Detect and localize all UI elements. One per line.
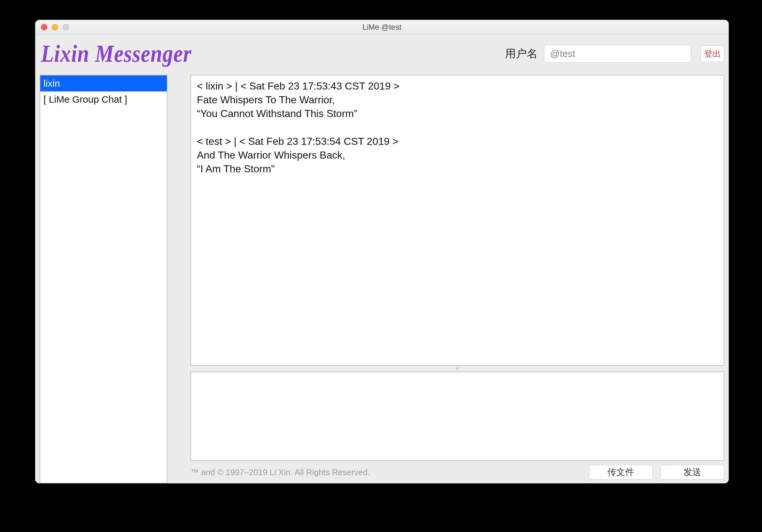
window-controls	[41, 20, 69, 34]
header: Lixin Messenger 用户名 @test 登出	[35, 35, 729, 73]
window-title: LiMe @test	[362, 23, 402, 32]
username-field[interactable]: @test	[544, 45, 691, 63]
app-brand: Lixin Messenger	[37, 39, 192, 67]
contact-item-group[interactable]: [ LiMe Group Chat ]	[40, 92, 167, 108]
compose-box	[190, 371, 724, 461]
titlebar: LiMe @test	[35, 20, 729, 35]
chat-log[interactable]: < lixin > | < Sat Feb 23 17:53:43 CST 20…	[190, 75, 724, 366]
chat-panel: < lixin > | < Sat Feb 23 17:53:43 CST 20…	[190, 75, 724, 484]
contact-list[interactable]: lixin [ LiMe Group Chat ]	[39, 75, 168, 484]
grip-icon: ≡	[456, 366, 459, 371]
contact-label: lixin	[43, 78, 60, 89]
logout-button[interactable]: 登出	[701, 45, 724, 62]
minimize-icon[interactable]	[52, 24, 58, 31]
username-value: @test	[550, 48, 575, 59]
footer: ™ and © 1997–2019 Li Xin. All Rights Res…	[190, 461, 724, 484]
main-body: lixin [ LiMe Group Chat ] < lixin > | < …	[35, 73, 729, 484]
maximize-icon	[63, 24, 69, 31]
close-icon[interactable]	[41, 24, 47, 31]
contact-item-lixin[interactable]: lixin	[40, 75, 167, 92]
chat-split-pane: < lixin > | < Sat Feb 23 17:53:43 CST 20…	[190, 75, 724, 461]
split-handle[interactable]: ≡	[190, 366, 724, 371]
app-window: LiMe @test Lixin Messenger 用户名 @test 登出 …	[35, 20, 729, 484]
copyright-text: ™ and © 1997–2019 Li Xin. All Rights Res…	[190, 467, 370, 477]
contact-label: [ LiMe Group Chat ]	[43, 94, 127, 105]
username-label: 用户名	[505, 46, 538, 61]
send-file-button[interactable]: 传文件	[589, 465, 653, 480]
message-input[interactable]	[191, 372, 724, 460]
send-button[interactable]: 发送	[660, 465, 724, 480]
